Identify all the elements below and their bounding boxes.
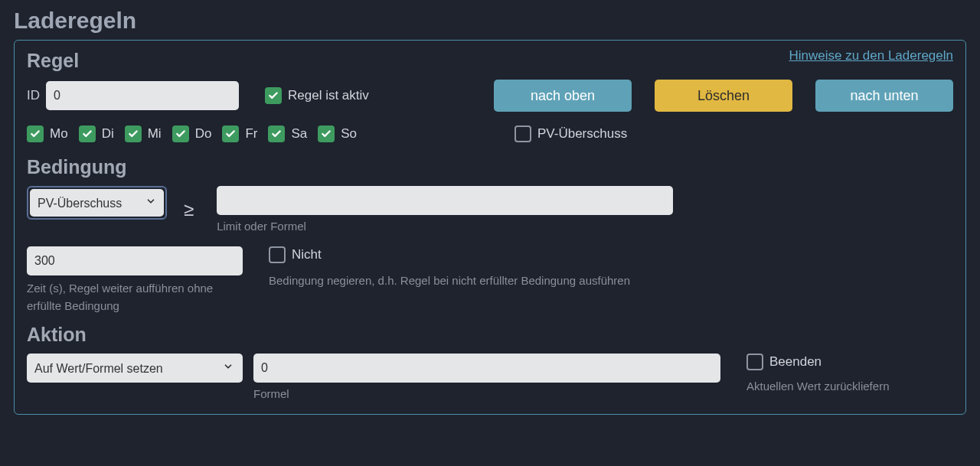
- time-field-group: Zeit (s), Regel weiter aufführen ohne er…: [27, 246, 243, 314]
- day-label: Do: [195, 126, 212, 142]
- day-label: Di: [102, 126, 114, 142]
- day-sa-checkbox[interactable]: Sa: [268, 125, 307, 142]
- day-di-checkbox[interactable]: Di: [79, 125, 114, 142]
- finish-label: Beenden: [769, 354, 822, 370]
- condition-section-title: Bedingung: [27, 156, 953, 178]
- finish-checkbox[interactable]: Beenden: [746, 354, 872, 370]
- day-so-checkbox[interactable]: So: [318, 125, 357, 142]
- formula-field-group: Formel: [253, 354, 720, 400]
- day-label: Mo: [50, 126, 68, 142]
- checkbox-empty-icon: [514, 125, 531, 142]
- condition-row: PV-Überschuss ≥ Limit oder Formel: [27, 186, 953, 233]
- negate-label: Nicht: [292, 247, 322, 262]
- negate-help-text: Bedingung negieren, d.h. Regel bei nicht…: [269, 274, 630, 287]
- check-icon: [265, 87, 282, 104]
- day-label: So: [341, 126, 357, 142]
- limit-input[interactable]: [217, 186, 673, 215]
- action-section: Aktion Auf Wert/Formel setzen Formel Bee…: [27, 324, 953, 400]
- day-do-checkbox[interactable]: Do: [172, 125, 212, 142]
- check-icon: [27, 125, 44, 142]
- check-icon: [268, 125, 285, 142]
- day-mi-checkbox[interactable]: Mi: [125, 125, 162, 142]
- operator-sign: ≥: [184, 199, 194, 220]
- action-row: Auf Wert/Formel setzen Formel Beenden Ak…: [27, 354, 953, 400]
- active-checkbox[interactable]: Regel ist aktiv: [265, 87, 369, 104]
- finish-help-text: Aktuellen Wert zurückliefern: [746, 380, 889, 393]
- formula-input[interactable]: [253, 354, 720, 383]
- pv-label: PV-Überschuss: [537, 126, 627, 142]
- days-row: Mo Di Mi Do Fr Sa So PV-Überschuss: [27, 125, 953, 142]
- day-label: Sa: [291, 126, 307, 142]
- time-help-text: Zeit (s), Regel weiter aufführen ohne er…: [27, 280, 234, 314]
- time-row: Zeit (s), Regel weiter aufführen ohne er…: [27, 246, 953, 314]
- limit-field-group: Limit oder Formel: [217, 186, 673, 233]
- active-label: Regel ist aktiv: [288, 88, 369, 103]
- negate-checkbox[interactable]: Nicht: [269, 246, 613, 263]
- rule-row-top: ID Regel ist aktiv nach oben Löschen nac…: [27, 80, 953, 112]
- condition-select-wrap: PV-Überschuss: [27, 186, 167, 220]
- action-select-wrap: Auf Wert/Formel setzen: [27, 354, 243, 383]
- day-label: Mi: [148, 126, 162, 142]
- checkbox-empty-icon: [269, 246, 286, 263]
- day-fr-checkbox[interactable]: Fr: [222, 125, 257, 142]
- check-icon: [172, 125, 189, 142]
- finish-column: Beenden Aktuellen Wert zurückliefern: [746, 354, 889, 393]
- move-up-button[interactable]: nach oben: [494, 80, 632, 112]
- checkbox-empty-icon: [746, 354, 763, 370]
- day-mo-checkbox[interactable]: Mo: [27, 125, 68, 142]
- id-label: ID: [27, 88, 40, 103]
- time-input[interactable]: [27, 246, 243, 275]
- hint-link[interactable]: Hinweise zu den Laderegeln: [789, 48, 953, 64]
- formula-help-text: Formel: [253, 387, 720, 400]
- condition-select[interactable]: PV-Überschuss: [30, 189, 164, 217]
- limit-help-text: Limit oder Formel: [217, 220, 673, 233]
- check-icon: [79, 125, 96, 142]
- id-input[interactable]: [46, 81, 239, 110]
- check-icon: [318, 125, 335, 142]
- rule-panel: Hinweise zu den Laderegeln Regel ID Rege…: [14, 40, 966, 415]
- day-label: Fr: [245, 126, 257, 142]
- move-down-button[interactable]: nach unten: [815, 80, 953, 112]
- pv-surplus-checkbox[interactable]: PV-Überschuss: [514, 125, 627, 142]
- check-icon: [222, 125, 239, 142]
- delete-button[interactable]: Löschen: [655, 80, 792, 112]
- negate-column: Nicht Bedingung negieren, d.h. Regel bei…: [269, 246, 630, 287]
- check-icon: [125, 125, 142, 142]
- action-section-title: Aktion: [27, 324, 953, 346]
- button-group: nach oben Löschen nach unten: [494, 80, 953, 112]
- page-title: Laderegeln: [14, 8, 966, 34]
- action-select[interactable]: Auf Wert/Formel setzen: [27, 354, 243, 383]
